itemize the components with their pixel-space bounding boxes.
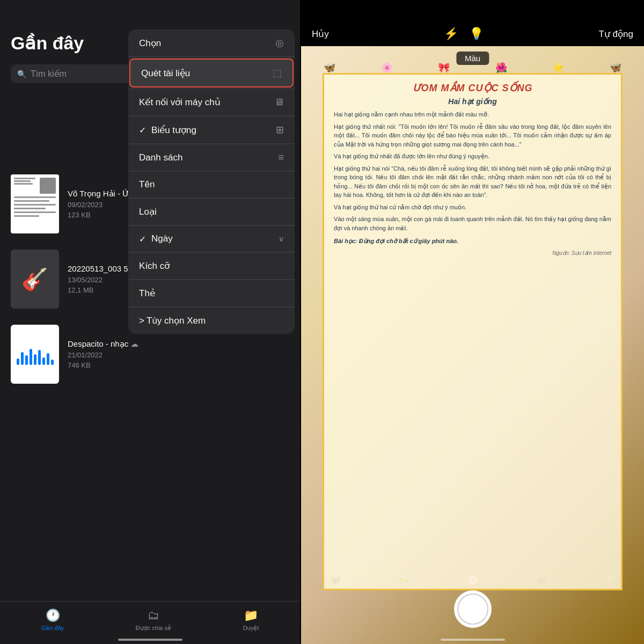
camera-header: Hủy ⚡ 💡 Tự động <box>301 0 644 46</box>
dropdown-menu: Chọn ◎ Quét tài liệu ⬚ Kết nối với máy c… <box>128 30 295 334</box>
file-name: Despacito - nhạc ☁ <box>68 339 138 349</box>
cloud-icon-2: ☁ <box>130 339 138 348</box>
audio-waveform <box>17 343 54 365</box>
check-icon-bieu: ✓ <box>139 125 146 135</box>
grid-icon: ⊞ <box>276 124 284 136</box>
nav-label-shared: Được chia sẻ <box>136 625 171 632</box>
nav-item-recent[interactable]: 🕐 Gần đây <box>41 609 64 632</box>
page-title: Gần đây <box>11 32 84 54</box>
check-icon-ngay: ✓ <box>139 234 146 244</box>
book-paragraph-5: Và hạt giống thứ hai cứ nằm chờ đợi như … <box>334 203 611 212</box>
shared-icon: 🗂 <box>148 609 159 623</box>
checkmark-circle-icon: ◎ <box>275 37 284 49</box>
chevron-down-icon: ∨ <box>279 235 284 243</box>
book-paragraph-2: Hạt giống thứ nhất nói: "Tôi muốn lớn lê… <box>334 122 611 149</box>
menu-label-quet: Quét tài liệu <box>141 68 190 79</box>
book-paragraph-1: Hai hạt giống nằm cạnh nhau trên một mản… <box>334 110 611 119</box>
menu-item-loai[interactable]: Loại <box>128 199 295 225</box>
menu-label-ketnoi: Kết nối với máy chủ <box>139 97 221 108</box>
shutter-button-wrap[interactable] <box>454 590 492 628</box>
menu-item-kich-co[interactable]: Kích cỡ <box>128 253 295 280</box>
menu-item-danh-sach[interactable]: Danh sách ≡ <box>128 144 295 171</box>
menu-item-quet[interactable]: Quét tài liệu ⬚ <box>129 58 294 87</box>
menu-item-the[interactable]: Thẻ <box>128 280 295 307</box>
file-date: 21/01/2022 <box>68 351 138 359</box>
menu-label-ten: Tên <box>139 179 155 190</box>
scan-icon: ⬚ <box>273 67 282 79</box>
home-indicator <box>118 639 182 641</box>
list-icon: ≡ <box>279 152 284 163</box>
search-input[interactable]: Tìm kiếm <box>31 69 67 79</box>
menu-label-tuy-chon: > Tùy chọn Xem <box>139 315 206 326</box>
menu-item-ten[interactable]: Tên <box>128 172 295 198</box>
flash-icon: ⚡ <box>444 27 458 40</box>
auto-button[interactable]: Tự động <box>599 28 633 40</box>
nav-item-shared[interactable]: 🗂 Được chia sẻ <box>136 609 171 632</box>
menu-label-ngay: ✓ Ngày <box>139 233 173 244</box>
book-text: Hai hạt giống nằm cạnh nhau trên một mản… <box>334 110 611 257</box>
file-thumbnail-doc <box>11 174 59 233</box>
menu-label-the: Thẻ <box>139 288 155 299</box>
book-lesson: Bài học: Đừng đợi chờ bất cứ giây phút n… <box>334 237 611 246</box>
file-info: Despacito - nhạc ☁ 21/01/2022 746 KB <box>68 339 138 369</box>
menu-label-danh-sach: Danh sách <box>139 152 182 163</box>
menu-item-chon[interactable]: Chọn ◎ <box>128 30 295 57</box>
menu-label-kich-co: Kích cỡ <box>139 260 170 272</box>
nav-label-recent: Gần đây <box>41 625 64 632</box>
nav-item-browse[interactable]: 📁 Duyệt <box>243 609 259 632</box>
search-icon: 🔍 <box>17 70 26 78</box>
light-icon: 💡 <box>469 27 484 40</box>
file-thumbnail-audio <box>11 325 59 384</box>
book-title: ƯOM MẦM CUỘC SỐNG <box>334 82 611 94</box>
bottom-nav: 🕐 Gần đây 🗂 Được chia sẻ 📁 Duyệt <box>0 601 300 644</box>
menu-label-chon: Chọn <box>139 38 161 49</box>
browse-icon: 📁 <box>244 609 258 623</box>
light-button[interactable]: 💡 <box>469 27 484 41</box>
right-panel: Hủy ⚡ 💡 Tự động 🦋 🌸 🎀 🌺 ⭐ 🦋 <box>301 0 644 644</box>
cancel-button[interactable]: Hủy <box>312 28 329 40</box>
book-paragraph-6: Vào một sáng mùa xuân, một con gà mái đi… <box>334 215 611 232</box>
shutter-inner <box>457 594 488 625</box>
left-panel: Gần đây ••• 🔍 Tìm kiếm Chọn ◎ Quét tài l… <box>0 0 300 644</box>
shutter-button[interactable] <box>454 590 492 628</box>
menu-label-loai: Loại <box>139 206 157 217</box>
scan-view: 🦋 🌸 🎀 🌺 ⭐ 🦋 🦋 🐝 🌸 🦋 🐝 ƯOM MẦM CUỘC SỐNG … <box>301 46 644 644</box>
book-paragraph-4: Hạt giống thứ hai nói "Chà, nếu tôi đâm … <box>334 164 611 200</box>
book-paragraph-3: Và hạt giống thứ nhất đã được lớn lên nh… <box>334 152 611 161</box>
nav-label-browse: Duyệt <box>243 625 259 632</box>
guitar-icon: 🎸 <box>21 267 48 292</box>
book-subtitle: Hai hạt giống <box>334 97 611 106</box>
right-home-indicator <box>441 639 505 641</box>
camera-controls: ⚡ 💡 <box>444 27 484 41</box>
menu-item-ngay[interactable]: ✓ Ngày ∨ <box>128 226 295 252</box>
menu-label-bieu-tuong: ✓ Biểu tượng <box>139 125 196 136</box>
file-size: 746 KB <box>68 361 138 369</box>
book-content-area: ƯOM MẦM CUỘC SỐNG Hai hạt giống Hai hạt … <box>323 73 623 590</box>
file-thumbnail-music: 🎸 <box>11 250 59 309</box>
menu-item-tuy-chon[interactable]: > Tùy chọn Xem <box>128 308 295 334</box>
flash-button[interactable]: ⚡ <box>444 27 458 41</box>
menu-item-ketnoi[interactable]: Kết nối với máy chủ 🖥 <box>128 89 295 116</box>
menu-item-bieu-tuong[interactable]: ✓ Biểu tượng ⊞ <box>128 116 295 144</box>
monitor-icon: 🖥 <box>274 97 284 108</box>
color-mode-badge[interactable]: Màu <box>456 52 489 65</box>
clock-icon: 🕐 <box>46 609 60 623</box>
book-source: Nguồn: Sưu tầm internet <box>334 249 611 257</box>
